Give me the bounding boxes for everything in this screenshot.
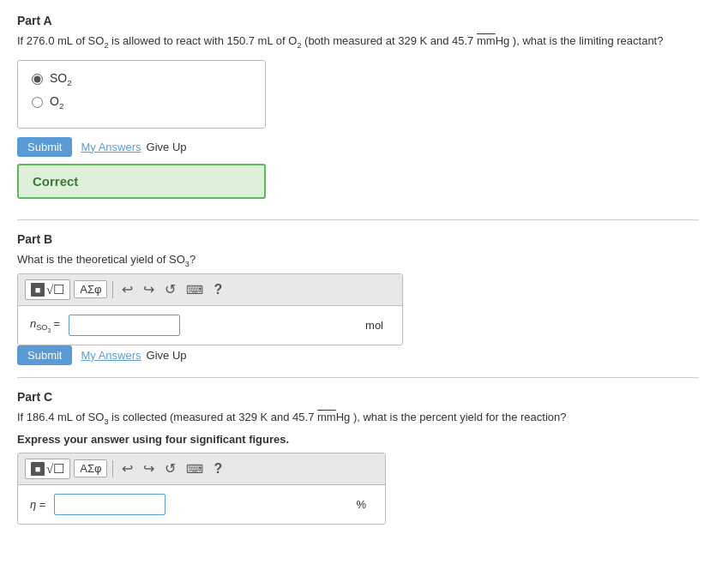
part-a-section: Part A If 276.0 mL of SO2 is allowed to … [17,14,699,207]
part-c-question: If 186.4 mL of SO3 is collected (measure… [17,409,699,428]
part-c-unit: % [356,498,373,511]
part-c-panel: ■ √☐ AΣφ ↩ ↪ ↺ ⌨ ? η = % [17,453,386,525]
part-c-section: Part C If 186.4 mL of SO3 is collected (… [17,390,699,525]
part-b-answer-input[interactable] [69,315,180,336]
part-c-input-row: η = % [18,485,385,524]
part-c-reset-btn[interactable]: ↺ [161,459,179,478]
part-a-correct-banner: Correct [17,164,266,199]
part-a-radio-o2[interactable] [32,97,43,108]
part-b-n-label: nSO3 = [30,317,60,333]
part-b-submit-button[interactable]: Submit [17,345,72,365]
part-b-math-btn[interactable]: ■ √☐ [25,279,70,300]
part-b-input-row: nSO3 = mol [18,306,402,345]
part-b-undo-btn[interactable]: ↩ [118,279,136,299]
part-c-sqrt-icon: √☐ [46,461,64,477]
part-b-help-btn[interactable]: ? [210,280,226,299]
part-b-redo-btn[interactable]: ↪ [140,279,158,299]
part-b-question: What is the theoretical yield of SO3? [17,251,699,270]
part-b-action-row: Submit My Answers Give Up [17,345,699,365]
part-a-answer-box: SO2 O2 [17,60,266,129]
part-a-question-text: If 276.0 mL of SO2 is allowed to react w… [17,34,663,47]
part-c-toolbar-sep-1 [112,460,113,477]
part-b-panel: ■ √☐ AΣφ ↩ ↪ ↺ ⌨ ? nSO3 = mol [17,273,403,345]
part-b-asigma-btn[interactable]: AΣφ [74,280,107,298]
part-b-toolbar: ■ √☐ AΣφ ↩ ↪ ↺ ⌨ ? [18,274,402,306]
part-c-redo-btn[interactable]: ↪ [140,459,158,478]
part-a-give-up-button[interactable]: Give Up [147,141,187,153]
part-b-unit: mol [365,319,390,332]
part-b-section: Part B What is the theoretical yield of … [17,232,699,365]
part-b-keyboard-btn[interactable]: ⌨ [183,281,207,298]
part-b-label: Part B [17,232,699,246]
part-a-radio-so2[interactable] [32,74,43,85]
part-b-give-up-button[interactable]: Give Up [147,349,187,362]
sqrt-icon: √☐ [46,282,64,297]
divider-ab [17,219,699,220]
part-c-help-btn[interactable]: ? [210,459,226,478]
part-c-toolbar: ■ √☐ AΣφ ↩ ↪ ↺ ⌨ ? [18,453,385,485]
bold-block-icon: ■ [31,283,45,297]
part-c-keyboard-btn[interactable]: ⌨ [183,460,207,477]
part-b-my-answers-button[interactable]: My Answers [81,349,141,362]
part-a-action-row: Submit My Answers Give Up [17,137,699,157]
part-a-label: Part A [17,14,699,27]
part-c-instruction: Express your answer using four significa… [17,431,699,449]
part-a-option-so2-label: SO2 [50,71,72,87]
part-a-my-answers-button[interactable]: My Answers [81,141,141,153]
part-b-reset-btn[interactable]: ↺ [161,279,179,299]
part-a-question: If 276.0 mL of SO2 is allowed to react w… [17,33,699,51]
part-a-submit-button[interactable]: Submit [17,137,72,157]
part-c-bold-block-icon: ■ [31,462,45,476]
part-a-option-o2-label: O2 [50,94,63,111]
part-c-label: Part C [17,390,699,404]
toolbar-sep-1 [112,281,113,298]
part-a-option-o2[interactable]: O2 [32,94,251,111]
part-c-math-btn[interactable]: ■ √☐ [25,459,70,479]
part-c-undo-btn[interactable]: ↩ [118,459,136,478]
part-c-asigma-btn[interactable]: AΣφ [74,459,107,477]
part-c-answer-input[interactable] [54,494,165,515]
part-a-option-so2[interactable]: SO2 [32,71,251,87]
divider-bc [17,377,699,378]
part-c-eta-label: η = [30,498,45,511]
